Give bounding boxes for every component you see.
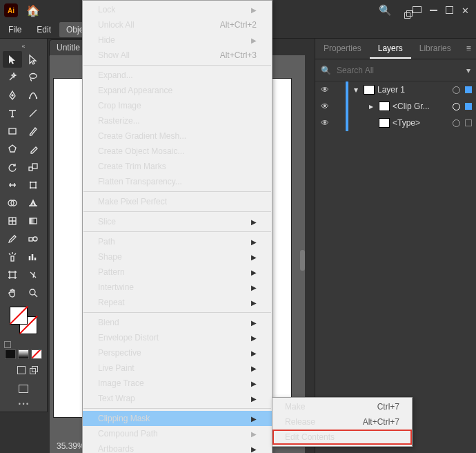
shaper-tool[interactable]: [3, 141, 22, 157]
menu-item[interactable]: Text Wrap▶: [83, 391, 272, 406]
menu-item[interactable]: Envelope Distort▶: [83, 330, 272, 345]
target-icon[interactable]: [453, 103, 460, 110]
selection-tool[interactable]: [3, 51, 22, 68]
menu-item-label: Clipping Mask: [98, 414, 246, 423]
menu-item-label: Rasterize...: [98, 116, 257, 126]
perspective-grid-tool[interactable]: [23, 195, 43, 211]
close-button[interactable]: ✕: [462, 6, 469, 16]
rectangle-tool[interactable]: [3, 123, 22, 139]
menu-item[interactable]: Clipping Mask▶: [83, 411, 272, 426]
screen-mode-icon[interactable]: [19, 385, 28, 395]
menu-item[interactable]: Repeat▶: [83, 295, 272, 310]
minimize-button[interactable]: [430, 6, 437, 16]
search-icon[interactable]: 🔍: [379, 4, 392, 17]
paintbrush-tool[interactable]: [23, 123, 43, 139]
target-icon[interactable]: [453, 119, 460, 127]
vertical-scrollbar[interactable]: [300, 250, 305, 271]
rotate-tool[interactable]: [3, 159, 22, 175]
menu-item[interactable]: Live Paint▶: [83, 360, 272, 376]
menu-item-label: Show All: [98, 50, 212, 60]
expand-icon[interactable]: ▾: [351, 85, 361, 95]
draw-normal-icon[interactable]: [17, 366, 26, 376]
menu-item[interactable]: Artboards▶: [83, 441, 272, 453]
selection-indicator[interactable]: [465, 103, 472, 110]
layer-row[interactable]: 👁 ▸ <Clip Gr...: [315, 98, 476, 115]
magic-wand-tool[interactable]: [3, 69, 22, 86]
color-mode-solid[interactable]: [5, 349, 16, 359]
submenu-item[interactable]: MakeCtrl+7: [272, 399, 412, 414]
menu-item[interactable]: Rasterize...: [83, 113, 272, 128]
tab-layers[interactable]: Layers: [370, 39, 411, 59]
layer-name[interactable]: <Type>: [393, 118, 447, 128]
selection-indicator[interactable]: [465, 119, 472, 126]
layer-row[interactable]: 👁 <Type>: [315, 115, 476, 131]
menu-item[interactable]: Image Trace▶: [83, 376, 272, 391]
menu-item[interactable]: Intertwine▶: [83, 280, 272, 295]
shape-builder-tool[interactable]: [3, 195, 22, 211]
symbol-sprayer-tool[interactable]: [3, 249, 22, 265]
layer-name[interactable]: Layer 1: [377, 85, 447, 95]
width-tool[interactable]: [3, 177, 22, 193]
mesh-tool[interactable]: [3, 213, 22, 229]
layer-search-input[interactable]: [337, 66, 461, 75]
menu-item: Lock▶: [83, 2, 272, 17]
menu-item[interactable]: Shape▶: [83, 249, 272, 264]
expand-icon[interactable]: ▸: [366, 102, 376, 111]
gradient-tool[interactable]: [23, 213, 43, 229]
eyedropper-tool[interactable]: [3, 231, 22, 247]
menu-edit[interactable]: Edit: [30, 22, 58, 37]
zoom-tool[interactable]: [23, 285, 43, 301]
toolbar-collapse[interactable]: «: [3, 43, 44, 50]
home-icon[interactable]: 🏠: [26, 4, 40, 17]
color-mode-none[interactable]: [31, 349, 42, 359]
blend-tool[interactable]: [23, 231, 43, 247]
fill-swatch[interactable]: [10, 307, 28, 325]
menu-file[interactable]: File: [1, 22, 28, 37]
menu-item[interactable]: Create Trim Marks: [83, 159, 272, 174]
maximize-button[interactable]: [446, 6, 453, 16]
column-graph-tool[interactable]: [23, 249, 43, 265]
menu-item[interactable]: Flatten Transparency...: [83, 174, 272, 189]
menu-item[interactable]: Make Pixel Perfect: [83, 194, 272, 209]
svg-point-8: [30, 182, 31, 183]
type-tool[interactable]: [3, 105, 22, 122]
artboard-tool[interactable]: [3, 267, 22, 283]
menu-item[interactable]: Slice▶: [83, 214, 272, 229]
slice-tool[interactable]: [23, 267, 43, 283]
filter-icon[interactable]: ▾: [466, 66, 470, 75]
scale-tool[interactable]: [23, 159, 43, 175]
line-segment-tool[interactable]: [23, 105, 43, 122]
menu-item[interactable]: Pattern▶: [83, 264, 272, 280]
direct-selection-tool[interactable]: [23, 51, 43, 68]
selection-indicator[interactable]: [465, 86, 472, 93]
eraser-tool[interactable]: [23, 141, 43, 157]
color-mode-gradient[interactable]: [18, 349, 29, 359]
menu-item[interactable]: Expand...: [83, 68, 272, 83]
visibility-icon[interactable]: 👁: [319, 102, 330, 111]
free-transform-tool[interactable]: [23, 177, 43, 193]
layer-row[interactable]: 👁 ▾ Layer 1: [315, 81, 476, 98]
menu-item[interactable]: Perspective▶: [83, 345, 272, 360]
workspace-icon[interactable]: [413, 6, 422, 15]
menu-item[interactable]: Create Gradient Mesh...: [83, 128, 272, 144]
pen-tool[interactable]: [3, 87, 22, 104]
menu-item-label: Artboards: [98, 444, 246, 453]
tab-properties[interactable]: Properties: [315, 39, 370, 59]
layer-name[interactable]: <Clip Gr...: [393, 102, 447, 111]
fill-stroke-swatches[interactable]: [3, 307, 44, 345]
submenu-item[interactable]: Edit Contents: [272, 430, 412, 445]
hand-tool[interactable]: [3, 285, 22, 301]
curvature-tool[interactable]: [23, 87, 43, 104]
menu-item[interactable]: Blend▶: [83, 315, 272, 330]
visibility-icon[interactable]: 👁: [319, 85, 330, 95]
edit-toolbar-icon[interactable]: • • •: [3, 401, 44, 407]
visibility-icon[interactable]: 👁: [319, 118, 330, 128]
submenu-item[interactable]: ReleaseAlt+Ctrl+7: [272, 414, 412, 430]
target-icon[interactable]: [453, 86, 460, 94]
lasso-tool[interactable]: [23, 69, 43, 86]
default-swatch-icon[interactable]: [4, 341, 11, 348]
tab-libraries[interactable]: Libraries: [411, 39, 459, 59]
menu-item[interactable]: Path▶: [83, 234, 272, 249]
panel-menu-icon[interactable]: ≡: [459, 39, 476, 59]
zoom-value[interactable]: 35.39%: [57, 441, 85, 451]
